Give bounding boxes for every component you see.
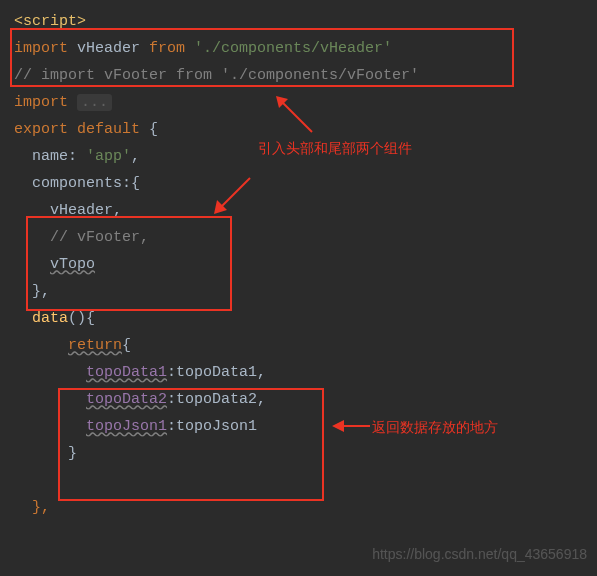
code-line: // vFooter, (14, 224, 597, 251)
script-tag: <script> (14, 13, 86, 30)
code-line (14, 467, 597, 494)
code-line: components:{ (14, 170, 597, 197)
code-line: data(){ (14, 305, 597, 332)
fold-indicator[interactable]: ... (77, 94, 112, 111)
code-line: import vHeader from './components/vHeade… (14, 35, 597, 62)
annotation-label: 引入头部和尾部两个组件 (258, 140, 412, 158)
watermark: https://blog.csdn.net/qq_43656918 (372, 546, 587, 562)
code-line: topoData2:topoData2, (14, 386, 597, 413)
code-line: return{ (14, 332, 597, 359)
code-line: vHeader, (14, 197, 597, 224)
annotation-label: 返回数据存放的地方 (372, 419, 498, 437)
code-line: } (14, 440, 597, 467)
code-editor: <script> import vHeader from './componen… (0, 0, 597, 529)
code-line: topoData1:topoData1, (14, 359, 597, 386)
code-line: vTopo (14, 251, 597, 278)
code-line: import ... (14, 89, 597, 116)
code-line: // import vFooter from './components/vFo… (14, 62, 597, 89)
code-line: }, (14, 494, 597, 521)
code-line: }, (14, 278, 597, 305)
code-line: topoJson1:topoJson1 (14, 413, 597, 440)
code-line: <script> (14, 8, 597, 35)
code-line: export default { (14, 116, 597, 143)
